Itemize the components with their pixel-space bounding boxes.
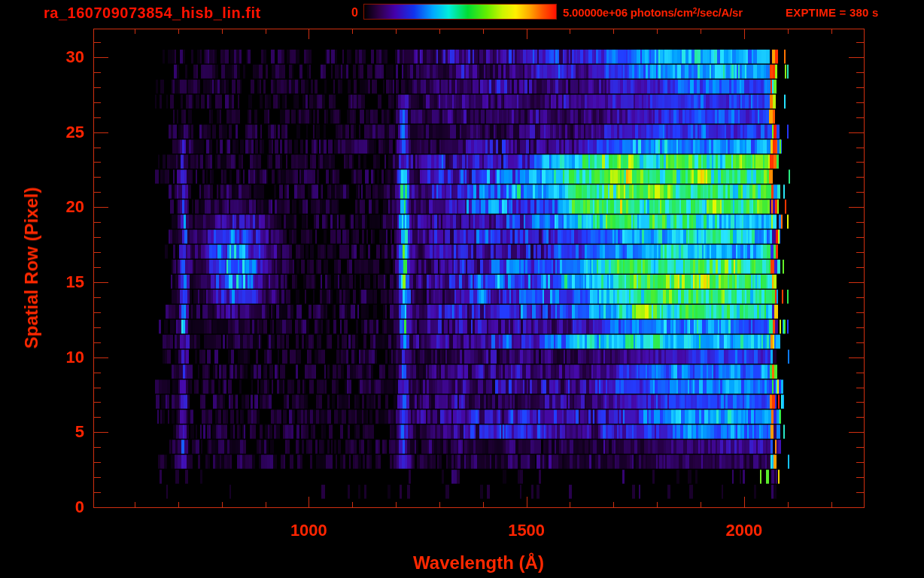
- colorbar-min-label: 0: [340, 7, 358, 19]
- x-axis-title: Wavelength (Å): [413, 554, 544, 572]
- y-tick-label: 5: [39, 424, 84, 440]
- colorbar-units-pre: photons/cm: [628, 6, 693, 19]
- file-title: ra_160709073854_hisb_lin.fit: [44, 5, 261, 20]
- y-tick-label: 20: [39, 199, 84, 215]
- spectral-heatmap-canvas: [0, 0, 924, 578]
- x-tick-label: 2000: [710, 522, 778, 539]
- y-tick-label: 25: [39, 124, 84, 141]
- spectral-viewer-window: ra_160709073854_hisb_lin.fit 0 5.00000e+…: [0, 0, 924, 578]
- y-tick-label: 30: [39, 49, 84, 65]
- exptime-label: EXPTIME = 380 s: [786, 7, 878, 18]
- x-tick-label: 1000: [275, 522, 342, 539]
- colorbar-units-post: /sec/A/sr: [697, 6, 743, 19]
- colorbar-max-value: 5.00000e+06: [563, 6, 628, 19]
- colorbar-max-label: 5.00000e+06 photons/cm2/sec/A/sr: [563, 7, 743, 18]
- y-tick-label: 10: [39, 349, 84, 366]
- y-axis-title: Spatial Row (Pixel): [23, 187, 41, 349]
- y-tick-label: 0: [39, 499, 84, 516]
- y-tick-label: 15: [39, 274, 84, 291]
- x-tick-label: 1500: [493, 522, 561, 539]
- colorbar-gradient: [363, 4, 557, 20]
